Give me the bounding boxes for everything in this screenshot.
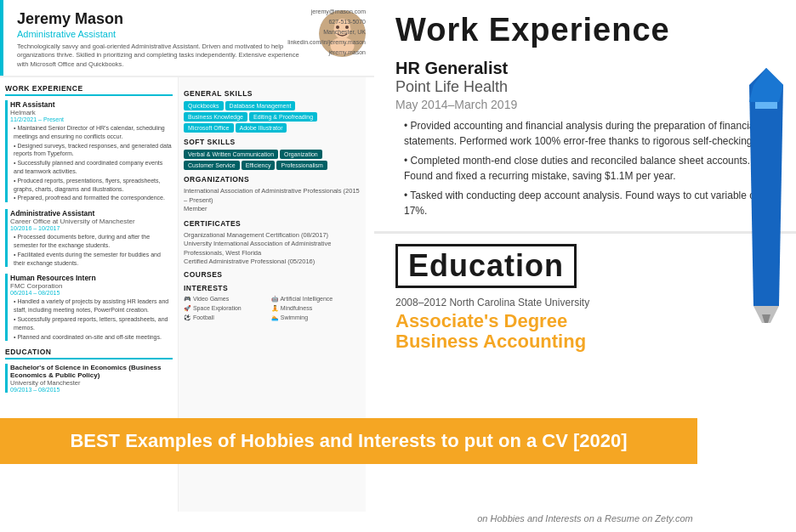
soft-skills-heading: SOFT SKILLS — [184, 138, 361, 146]
resume-header: Jeremy Mason Administrative Assistant Te… — [0, 0, 374, 77]
skill-tag-3: Business Knowledge — [184, 112, 247, 122]
job-entry-hr-assistant: HR Assistant Helmark 11/2/2021 – Present… — [5, 100, 173, 202]
soft-tag-4: Efficiency — [242, 161, 276, 170]
cert-item-1: Organizational Management Certification … — [184, 231, 361, 241]
courses-heading: COURSES — [184, 270, 361, 279]
job-company-1: Helmark — [10, 109, 173, 116]
job-company-3: FMC Corporation — [10, 282, 173, 290]
header-accent — [0, 0, 3, 76]
pen-decoration — [736, 68, 796, 323]
cert-item-3: Certified Administrative Professional (0… — [184, 258, 361, 267]
interest-4: 🧘 Mindfulness — [271, 305, 356, 312]
job-accent — [5, 100, 8, 202]
edu-accent — [5, 364, 8, 393]
certificates-heading: CERTIFICATES — [184, 219, 361, 228]
job-bullet-2-2: Facilitated events during the semester f… — [10, 251, 173, 268]
right-company: Point Life Health — [395, 78, 775, 96]
header-left: Jeremy Mason Administrative Assistant Te… — [9, 10, 312, 69]
job-accent-2 — [5, 209, 8, 267]
edu-uni-1: University of Manchester — [10, 379, 173, 387]
work-experience-section: Work Experience HR Generalist Point Life… — [374, 0, 796, 234]
edu-degree-1: Bachelor's of Science in Economics (Busi… — [10, 364, 173, 379]
job-bullet-1-1: Maintained Senior Director of HR's calen… — [10, 124, 173, 141]
interest-6: 🏊 Swimming — [271, 314, 356, 321]
organizations-heading: ORGANIZATIONS — [184, 175, 361, 184]
attribution-text: on Hobbies and Interests on a Resume on … — [374, 513, 796, 524]
job-bullet-1-3: Successfully planned and coordinated com… — [10, 159, 173, 176]
candidate-title: Administrative Assistant — [17, 29, 312, 39]
interest-2: 🤖 Artificial Intelligence — [271, 296, 356, 303]
job-entry-admin-assistant: Administrative Assistant Career Office a… — [5, 209, 173, 267]
general-skills-heading: GENERAL SKILLS — [184, 89, 361, 98]
contact-handle: jeremy.mason — [287, 48, 366, 58]
organizations-role: Member — [184, 205, 361, 214]
interest-1: 🎮 Video Games — [184, 296, 269, 303]
contact-email: jeremy@mason.com — [287, 7, 366, 17]
interests-grid: 🎮 Video Games 🤖 Artificial Intelligence … — [184, 296, 361, 321]
job-bullet-3-2: Successfully prepared reports, letters, … — [10, 315, 173, 332]
edu-entry-1: Bachelor's of Science in Economics (Busi… — [5, 364, 173, 393]
skill-tag-6: Adobe Illustrator — [236, 123, 287, 133]
job-company-2: Career Office at University of Mancheste… — [10, 218, 173, 225]
skill-tag-2: Database Management — [225, 101, 296, 110]
header-contact: jeremy@mason.com 627-513-5070 Manchester… — [287, 7, 366, 57]
candidate-name: Jeremy Mason — [17, 10, 312, 29]
right-bullet-1: Provided accounting and financial analys… — [395, 118, 775, 149]
contact-linkedin: linkedin.com/in/jeremy.mason — [287, 37, 366, 48]
soft-tag-5: Professionalism — [276, 161, 327, 170]
edu-right-degree: Associate's Degree Business Accounting — [395, 311, 775, 352]
soft-tag-2: Organization — [280, 150, 322, 159]
job-entry-hr-intern: Human Resources Intern FMC Corporation 0… — [5, 274, 173, 341]
education-heading: EDUCATION — [5, 348, 173, 359]
job-bullet-3-3: Planned and coordinated on-site and off-… — [10, 333, 173, 342]
right-job-date: May 2014–March 2019 — [395, 98, 775, 111]
interests-heading: INTERESTS — [184, 284, 361, 292]
job-date-3: 06/2014 – 08/2015 — [10, 290, 173, 296]
job-date-2: 10/2016 – 10/2017 — [10, 225, 173, 231]
soft-tag-3: Customer Service — [184, 161, 240, 170]
right-bullet-2: Completed month-end close duties and rec… — [395, 153, 775, 184]
education-section: EDUCATION Bachelor's of Science in Econo… — [5, 348, 173, 393]
job-bullet-2-1: Processed documents before, during and a… — [10, 233, 173, 250]
interest-5: ⚽ Football — [184, 314, 269, 321]
job-accent-3 — [5, 274, 8, 341]
skill-tag-4: Editing & Proofreading — [249, 112, 317, 122]
job-title-2: Administrative Assistant — [10, 209, 173, 218]
contact-location: Manchester, UK — [287, 27, 366, 37]
cert-item-2: University International Association of … — [184, 240, 361, 258]
interest-3: 🚀 Space Exploration — [184, 305, 269, 312]
overlay-banner: BEST Examples of Hobbies and Interests t… — [0, 418, 697, 464]
job-bullet-1-4: Produced reports, presentations, flyers,… — [10, 177, 173, 194]
svg-rect-9 — [755, 102, 777, 109]
candidate-summary: Technologically savvy and goal-oriented … — [17, 42, 312, 70]
skill-tag-1: Quickbooks — [184, 101, 224, 110]
soft-tag-1: Verbal & Written Communication — [184, 150, 278, 159]
job-bullet-1-2: Designed surveys, tracked responses, and… — [10, 142, 173, 159]
svg-marker-6 — [749, 68, 783, 102]
work-experience-heading: WORK EXPERIENCE — [5, 84, 173, 96]
right-job-title: HR Generalist — [395, 59, 775, 78]
contact-phone: 627-513-5070 — [287, 17, 366, 27]
work-experience-title: Work Experience — [395, 13, 775, 48]
organizations-text: International Association of Administrat… — [184, 187, 361, 205]
job-title-1: HR Assistant — [10, 100, 173, 109]
edu-date-1: 09/2013 – 08/2015 — [10, 387, 173, 393]
banner-text: BEST Examples of Hobbies and Interests t… — [17, 430, 680, 452]
edu-right-year: 2008–2012 North Carolina State Universit… — [395, 297, 775, 308]
right-bullet-3: Tasked with conducting deep account anal… — [395, 188, 775, 218]
education-right-section: Education 2008–2012 North Carolina State… — [374, 234, 796, 362]
job-title-3: Human Resources Intern — [10, 274, 173, 282]
education-right-title: Education — [395, 244, 577, 288]
general-skills-tags: Quickbooks Database Management Business … — [184, 101, 361, 133]
job-date-1: 11/2/2021 – Present — [10, 116, 173, 122]
soft-skills-tags: Verbal & Written Communication Organizat… — [184, 150, 361, 170]
skill-tag-5: Microsoft Office — [184, 123, 234, 133]
job-bullet-1-5: Prepared, proofread and formatted the co… — [10, 194, 173, 202]
job-bullet-3-1: Handled a variety of projects by assisti… — [10, 297, 173, 314]
